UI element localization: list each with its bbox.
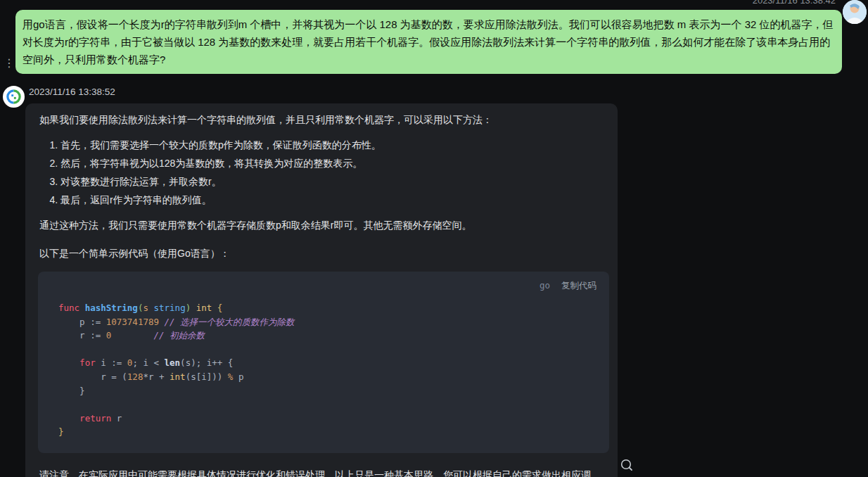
- code-language-label: go: [540, 278, 550, 293]
- copy-code-button[interactable]: 复制代码: [561, 278, 596, 293]
- list-item: 首先，我们需要选择一个较大的质数p作为除数，保证散列函数的分布性。: [60, 138, 604, 152]
- code-block: go 复制代码 func hashString(s string) int { …: [38, 272, 609, 453]
- assistant-message-bubble: 如果我们要使用除法散列法来计算一个字符串的散列值，并且只利用常数个机器字，可以采…: [25, 103, 618, 477]
- assistant-paragraph-note: 请注意，在实际应用中可能需要根据具体情况进行优化和错误处理。以上只是一种基本思路…: [39, 467, 604, 477]
- user-message-text: 用go语言，假设将一个长度为r的字符串散列到m 个槽中，并将其视为一个以 128…: [23, 15, 835, 68]
- user-avatar[interactable]: [843, 0, 867, 24]
- assistant-avatar: [3, 86, 25, 108]
- assistant-paragraph-intro: 如果我们要使用除法散列法来计算一个字符串的散列值，并且只利用常数个机器字，可以采…: [39, 112, 604, 127]
- magnifier-icon[interactable]: [620, 458, 634, 472]
- chat-screen: 2023/11/16 13:38:42 用go语言，假设将一个长度为r的字符串散…: [0, 0, 868, 477]
- steps-list: 首先，我们需要选择一个较大的质数p作为除数，保证散列函数的分布性。 然后，将字符…: [39, 138, 604, 207]
- user-timestamp: 2023/11/16 13:38:42: [753, 0, 836, 6]
- assistant-timestamp: 2023/11/16 13:38:52: [29, 87, 115, 97]
- assistant-paragraph-code-intro: 以下是一个简单示例代码（使用Go语言）：: [39, 246, 604, 261]
- code-block-header: go 复制代码: [38, 272, 609, 295]
- list-item: 最后，返回r作为字符串的散列值。: [60, 193, 604, 207]
- assistant-paragraph-method: 通过这种方法，我们只需要使用常数个机器字存储质数p和取余结果r即可。其他无需额外…: [39, 217, 604, 233]
- kebab-menu-icon[interactable]: ⋮: [4, 58, 13, 69]
- person-avatar-image: [843, 0, 867, 24]
- list-item: 然后，将字符串视为以128为基数的数，将其转换为对应的整数表示。: [60, 156, 604, 170]
- code-content: func hashString(s string) int { p := 107…: [38, 295, 609, 453]
- list-item: 对该整数进行除法运算，并取余数r。: [60, 174, 604, 189]
- user-message-bubble: 用go语言，假设将一个长度为r的字符串散列到m 个槽中，并将其视为一个以 128…: [15, 10, 842, 74]
- assistant-logo-icon: [6, 89, 22, 105]
